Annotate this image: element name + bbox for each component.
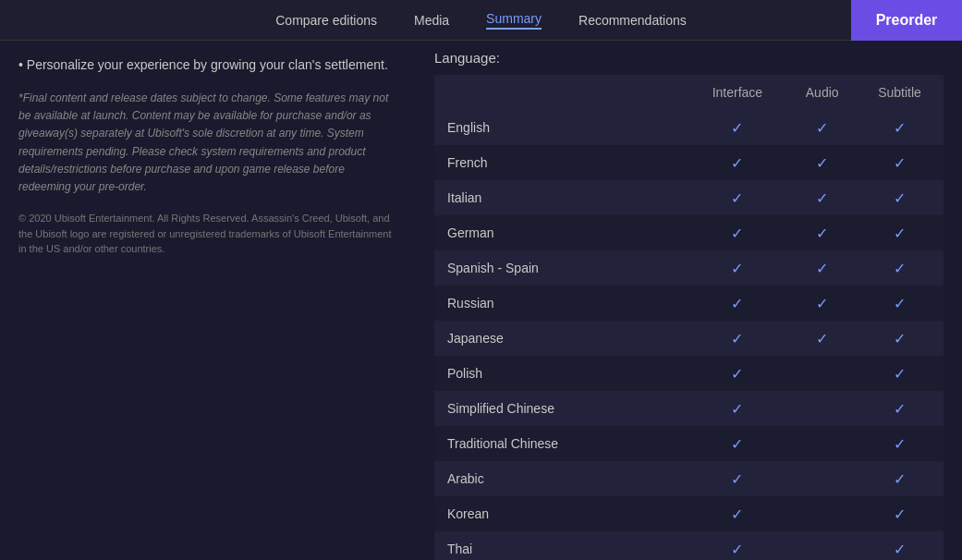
table-row: Korean✓✓ [434, 496, 944, 531]
col-header-audio: Audio [788, 75, 856, 110]
check-icon: ✓ [731, 506, 743, 522]
nav-compare-editions[interactable]: Compare editions [275, 13, 377, 28]
check-icon: ✓ [894, 261, 906, 276]
check-icon: ✓ [894, 296, 906, 311]
lang-interface-cell: ✓ [687, 286, 789, 321]
lang-subtitle-cell: ✓ [856, 180, 944, 215]
table-row: Japanese✓✓✓ [434, 321, 944, 356]
lang-audio-cell: ✓ [788, 286, 856, 321]
nav-summary[interactable]: Summary [486, 11, 542, 30]
check-icon: ✓ [731, 401, 743, 417]
lang-name-cell: Korean [434, 496, 687, 531]
lang-interface-cell: ✓ [687, 496, 789, 531]
lang-interface-cell: ✓ [687, 461, 789, 496]
main-content: • Personalize your experience by growing… [0, 41, 962, 560]
lang-audio-cell: ✓ [788, 145, 856, 180]
check-icon: ✓ [894, 120, 906, 136]
check-icon: ✓ [894, 366, 906, 382]
language-table: Interface Audio Subtitle English✓✓✓Frenc… [434, 75, 944, 560]
lang-audio-cell: ✓ [788, 321, 856, 356]
lang-name-cell: Russian [434, 286, 687, 321]
table-row: Italian✓✓✓ [434, 180, 944, 215]
check-icon: ✓ [731, 155, 743, 171]
lang-name-cell: Italian [434, 180, 687, 215]
lang-interface-cell: ✓ [687, 391, 789, 426]
lang-interface-cell: ✓ [687, 215, 789, 250]
check-icon: ✓ [816, 296, 828, 311]
check-icon: ✓ [894, 401, 906, 417]
lang-interface-cell: ✓ [687, 531, 789, 560]
check-icon: ✓ [731, 261, 743, 276]
lang-interface-cell: ✓ [687, 250, 789, 286]
language-label: Language: [434, 50, 944, 66]
table-row: Simplified Chinese✓✓ [434, 391, 944, 426]
check-icon: ✓ [816, 190, 828, 206]
col-header-subtitle: Subtitle [856, 75, 944, 110]
table-row: Arabic✓✓ [434, 461, 944, 496]
lang-subtitle-cell: ✓ [856, 391, 944, 426]
lang-name-cell: Simplified Chinese [434, 391, 687, 426]
lang-name-cell: Traditional Chinese [434, 426, 687, 461]
lang-audio-cell [788, 426, 856, 461]
lang-audio-cell [788, 496, 856, 531]
copyright-text: © 2020 Ubisoft Entertainment. All Rights… [18, 211, 397, 257]
table-row: English✓✓✓ [434, 110, 944, 145]
check-icon: ✓ [731, 471, 743, 487]
table-row: German✓✓✓ [434, 215, 944, 250]
highlight-text: • Personalize your experience by growing… [18, 55, 397, 75]
check-icon: ✓ [894, 155, 906, 171]
col-header-language [434, 75, 687, 110]
table-row: French✓✓✓ [434, 145, 944, 180]
lang-audio-cell: ✓ [788, 250, 856, 286]
check-icon: ✓ [731, 542, 743, 557]
lang-subtitle-cell: ✓ [856, 250, 944, 286]
lang-audio-cell: ✓ [788, 215, 856, 250]
lang-subtitle-cell: ✓ [856, 496, 944, 531]
check-icon: ✓ [731, 190, 743, 206]
check-icon: ✓ [731, 225, 743, 241]
lang-subtitle-cell: ✓ [856, 110, 944, 145]
lang-name-cell: German [434, 215, 687, 250]
table-row: Spanish - Spain✓✓✓ [434, 250, 944, 286]
col-header-interface: Interface [687, 75, 789, 110]
preorder-button[interactable]: Preorder [851, 0, 962, 41]
lang-name-cell: Thai [434, 531, 687, 560]
lang-name-cell: Arabic [434, 461, 687, 496]
lang-interface-cell: ✓ [687, 110, 789, 145]
lang-audio-cell [788, 531, 856, 560]
nav-media[interactable]: Media [414, 13, 449, 28]
check-icon: ✓ [731, 436, 743, 452]
check-icon: ✓ [894, 542, 906, 557]
check-icon: ✓ [731, 120, 743, 136]
lang-audio-cell: ✓ [788, 180, 856, 215]
check-icon: ✓ [816, 261, 828, 276]
top-nav: Compare editions Media Summary Recommend… [0, 0, 962, 41]
disclaimer-text: *Final content and release dates subject… [18, 90, 397, 196]
check-icon: ✓ [731, 331, 743, 347]
lang-name-cell: English [434, 110, 687, 145]
check-icon: ✓ [894, 190, 906, 206]
lang-subtitle-cell: ✓ [856, 356, 944, 391]
lang-subtitle-cell: ✓ [856, 426, 944, 461]
check-icon: ✓ [731, 366, 743, 382]
check-icon: ✓ [816, 331, 828, 347]
right-panel: Language: Interface Audio Subtitle Engli… [416, 41, 962, 560]
lang-name-cell: Polish [434, 356, 687, 391]
table-row: Polish✓✓ [434, 356, 944, 391]
nav-links: Compare editions Media Summary Recommend… [275, 11, 687, 30]
left-panel: • Personalize your experience by growing… [0, 41, 416, 560]
check-icon: ✓ [894, 331, 906, 347]
lang-subtitle-cell: ✓ [856, 461, 944, 496]
check-icon: ✓ [816, 225, 828, 241]
lang-name-cell: French [434, 145, 687, 180]
lang-audio-cell [788, 461, 856, 496]
check-icon: ✓ [894, 225, 906, 241]
check-icon: ✓ [816, 120, 828, 136]
lang-interface-cell: ✓ [687, 426, 789, 461]
check-icon: ✓ [816, 155, 828, 171]
check-icon: ✓ [894, 471, 906, 487]
nav-recommendations[interactable]: Recommendations [578, 13, 687, 28]
lang-name-cell: Spanish - Spain [434, 250, 687, 286]
lang-audio-cell: ✓ [788, 110, 856, 145]
check-icon: ✓ [731, 296, 743, 311]
